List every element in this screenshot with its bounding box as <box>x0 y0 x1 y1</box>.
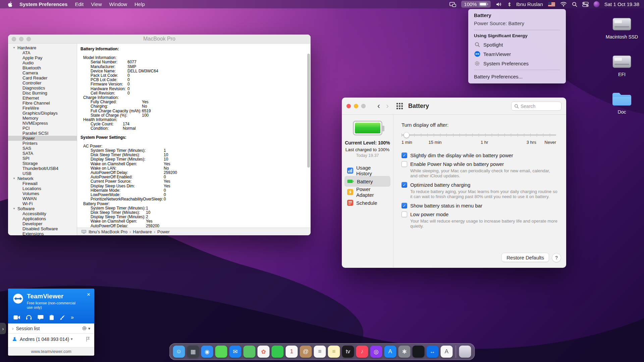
tree-item[interactable]: Memory <box>8 116 77 121</box>
input-source-flag-icon[interactable] <box>548 2 555 7</box>
dock-app-icon[interactable]: ↔ <box>427 346 439 358</box>
tree-item[interactable]: SAS <box>8 146 77 151</box>
more-icon[interactable]: » <box>71 314 74 320</box>
dock-app-icon[interactable] <box>244 346 256 358</box>
tree-item[interactable]: Audio <box>8 60 77 65</box>
tree-item[interactable]: WWAN <box>8 196 77 201</box>
spotlight-search-icon[interactable] <box>572 2 577 7</box>
menu-item-system-preferences[interactable]: System Preferences <box>468 59 566 68</box>
volume-icon[interactable] <box>496 2 502 7</box>
tree-item[interactable]: Volumes <box>8 191 77 196</box>
tree-item[interactable]: Controller <box>8 80 77 85</box>
dock-app-icon[interactable]: tv <box>342 346 354 358</box>
dock-app-icon[interactable]: ☺ <box>173 346 185 358</box>
tree-item[interactable]: Applications <box>8 216 77 221</box>
tree-item[interactable]: Power <box>8 136 77 141</box>
app-menu[interactable]: System Preferences <box>16 1 70 7</box>
tree-item[interactable]: Bluetooth <box>8 65 77 70</box>
zoom-button[interactable] <box>26 37 31 41</box>
tree-item[interactable]: Wi-Fi <box>8 201 77 206</box>
battery-status-item[interactable]: 100% <box>461 1 490 8</box>
breadcrumb-item[interactable]: Ibnu's MacBook Pro <box>89 229 133 234</box>
nav-battery[interactable]: Battery <box>344 176 390 187</box>
forward-button[interactable]: › <box>383 101 392 111</box>
nav-power-adapter[interactable]: Power Adapter <box>344 187 390 197</box>
menu-item[interactable]: Edit <box>72 1 87 7</box>
tree-item[interactable]: Thunderbolt/USB4 <box>8 166 77 171</box>
dock-app-icon[interactable]: ✿ <box>258 346 270 358</box>
apple-menu-icon[interactable] <box>5 1 15 7</box>
tree-item[interactable]: Developer <box>8 221 77 226</box>
dock-app-icon[interactable] <box>272 346 284 358</box>
dock-app-icon[interactable]: A <box>441 346 453 358</box>
teamviewer-website-link[interactable]: www.teamviewer.com <box>8 347 94 356</box>
menubar-username[interactable]: Ibnu Ruslan <box>516 1 543 7</box>
menu-item[interactable]: Help <box>131 1 148 7</box>
show-all-icon[interactable] <box>396 103 403 109</box>
tree-item[interactable]: Camera <box>8 70 77 75</box>
option-row[interactable]: Optimized battery charging To reduce bat… <box>401 182 557 199</box>
session-entry[interactable]: Andres (1 048 393 014) ▾ <box>8 334 94 345</box>
disclosure-triangle-icon[interactable] <box>13 177 15 180</box>
video-call-icon[interactable] <box>13 315 20 320</box>
tree-item[interactable]: Storage <box>8 161 77 166</box>
tree-item[interactable]: Apple Pay <box>8 55 77 60</box>
dock-app-icon[interactable]: ≡ <box>314 346 326 358</box>
tree-item[interactable]: Locations <box>8 186 77 191</box>
dock-app-icon[interactable]: 1 <box>286 346 298 358</box>
dock-app-icon[interactable]: ✱ <box>398 346 411 358</box>
disclosure-triangle-icon[interactable] <box>13 46 15 49</box>
tree-item[interactable]: Graphics/Displays <box>8 111 77 116</box>
tree-item[interactable]: PCI <box>8 126 77 131</box>
window-toolbar[interactable]: ‹ › Battery <box>342 98 566 115</box>
flag-marker-icon[interactable] <box>86 337 90 342</box>
tree-item[interactable]: Disc Burning <box>8 90 77 96</box>
dock-app-icon[interactable]: ▦ <box>187 346 199 358</box>
option-row[interactable]: Show battery status in menu bar <box>401 203 557 208</box>
chevron-down-icon[interactable]: ▾ <box>88 326 90 331</box>
option-row[interactable]: Slightly dim the display while on batter… <box>401 153 557 158</box>
tree-item[interactable]: Accessibility <box>8 211 77 216</box>
clipboard-icon[interactable] <box>49 315 54 320</box>
chevron-down-icon[interactable]: ▾ <box>71 337 73 341</box>
dock-app-icon[interactable]: ≡ <box>328 346 340 358</box>
option-row[interactable]: Low power mode Your Mac will reduce ener… <box>401 212 557 229</box>
menu-item[interactable]: Window <box>106 1 130 7</box>
menu-item-battery-preferences[interactable]: Battery Preferences... <box>468 72 566 81</box>
tree-item[interactable]: Printers <box>8 141 77 146</box>
menubar-clock[interactable]: Sat 1 Oct 19.38 <box>604 1 639 7</box>
desktop-icon-efi[interactable]: EFI <box>602 52 642 77</box>
dock-app-icon[interactable] <box>413 346 425 358</box>
dock-app-icon[interactable]: ✉ <box>229 346 241 358</box>
checkbox[interactable] <box>401 203 407 208</box>
desktop-icon-doc[interactable]: Doc <box>602 90 642 115</box>
breadcrumb-item[interactable]: Hardware <box>133 229 157 234</box>
checkbox[interactable] <box>401 161 407 167</box>
tree-section-network[interactable]: Network <box>8 176 77 181</box>
tree-item[interactable]: FireWire <box>8 106 77 111</box>
help-button[interactable]: ? <box>552 253 561 262</box>
tree-item[interactable]: NVMExpress <box>8 121 77 126</box>
display-off-slider[interactable]: 1 min15 min1 hr3 hrsNever <box>401 132 556 147</box>
disclosure-triangle-icon[interactable] <box>13 207 15 210</box>
nav-usage-history[interactable]: Usage History <box>344 165 390 176</box>
slider-thumb[interactable] <box>404 132 409 138</box>
checkbox[interactable] <box>401 182 407 188</box>
tree-item[interactable]: Firewall <box>8 181 77 186</box>
tree-item[interactable]: Ethernet <box>8 96 77 101</box>
app-status-icon[interactable] <box>594 1 599 7</box>
checkbox[interactable] <box>401 212 407 217</box>
minimize-button[interactable] <box>19 37 23 41</box>
search-input[interactable] <box>521 104 557 109</box>
menu-item[interactable]: View <box>88 1 105 7</box>
dock-app-icon[interactable]: ◉ <box>201 346 213 358</box>
nav-schedule[interactable]: Schedule <box>344 197 390 208</box>
dock-app-icon[interactable]: @ <box>300 346 312 358</box>
tree-section-hardware[interactable]: Hardware <box>8 45 77 50</box>
minimize-button[interactable] <box>354 104 358 108</box>
scrollbar-thumb[interactable] <box>307 54 310 168</box>
whiteboard-icon[interactable] <box>60 315 65 320</box>
tree-item[interactable]: Fibre Channel <box>8 101 77 106</box>
audio-call-icon[interactable] <box>26 315 32 320</box>
menu-item-teamviewer[interactable]: TeamViewer <box>468 49 566 59</box>
